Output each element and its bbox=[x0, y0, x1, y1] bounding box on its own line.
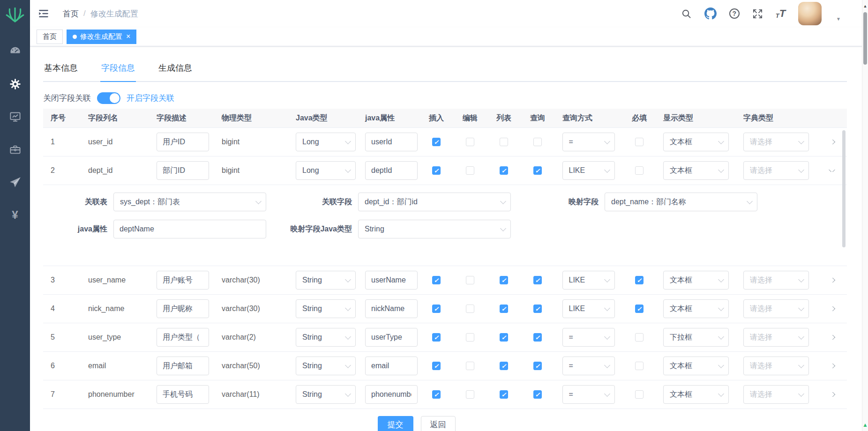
query-checkbox[interactable] bbox=[533, 166, 542, 175]
tab-basic-info[interactable]: 基本信息 bbox=[43, 56, 79, 81]
description-input[interactable] bbox=[157, 385, 209, 404]
list-checkbox[interactable] bbox=[500, 138, 508, 146]
expand-chevron-icon[interactable] bbox=[828, 335, 835, 340]
display-type-select[interactable]: 文本框 bbox=[663, 385, 729, 404]
edit-checkbox[interactable] bbox=[466, 138, 474, 146]
table-scrollbar-thumb[interactable] bbox=[842, 130, 846, 247]
java-field-input[interactable] bbox=[365, 161, 418, 180]
dict-type-select[interactable]: 请选择 bbox=[743, 299, 809, 318]
display-type-select[interactable]: 文本框 bbox=[663, 299, 729, 318]
query-checkbox[interactable] bbox=[533, 276, 542, 284]
sidebar-item-guide[interactable] bbox=[0, 166, 30, 199]
edit-checkbox[interactable] bbox=[466, 305, 474, 313]
description-input[interactable] bbox=[157, 299, 209, 318]
required-checkbox[interactable] bbox=[635, 138, 644, 146]
sidebar-item-monitor[interactable] bbox=[0, 100, 30, 133]
tag-active-page[interactable]: 修改生成配置 × bbox=[67, 30, 136, 44]
java-field-input[interactable] bbox=[365, 357, 418, 375]
insert-checkbox[interactable] bbox=[432, 138, 441, 146]
required-checkbox[interactable] bbox=[635, 166, 644, 175]
required-checkbox[interactable] bbox=[635, 362, 644, 370]
description-input[interactable] bbox=[157, 133, 209, 151]
java-field-input[interactable] bbox=[365, 328, 418, 347]
relation-java-attr-input[interactable] bbox=[113, 220, 266, 238]
mapping-field-select[interactable]: dept_name：部门名称 bbox=[605, 193, 757, 211]
java-field-input[interactable] bbox=[365, 271, 418, 290]
display-type-select[interactable]: 文本框 bbox=[663, 161, 729, 180]
insert-checkbox[interactable] bbox=[432, 333, 441, 342]
field-relation-switch[interactable] bbox=[97, 92, 120, 104]
search-button[interactable] bbox=[681, 8, 692, 19]
java-type-select[interactable]: String bbox=[296, 328, 356, 347]
caret-down-icon[interactable]: ▼ bbox=[836, 16, 841, 22]
back-button[interactable]: 返回 bbox=[421, 416, 456, 431]
display-type-select[interactable]: 下拉框 bbox=[663, 328, 729, 347]
sidebar-item-pay[interactable]: ¥ bbox=[0, 199, 30, 231]
dict-type-select[interactable]: 请选择 bbox=[743, 385, 809, 404]
mapping-java-type-select[interactable]: String bbox=[358, 220, 511, 238]
expand-chevron-icon[interactable] bbox=[828, 278, 835, 282]
tag-home[interactable]: 首页 bbox=[37, 30, 63, 44]
list-checkbox[interactable] bbox=[500, 333, 508, 342]
required-checkbox[interactable] bbox=[635, 333, 644, 342]
font-size-button[interactable]: TT bbox=[776, 8, 786, 19]
help-button[interactable]: ? bbox=[729, 8, 740, 19]
java-type-select[interactable]: String bbox=[296, 385, 356, 404]
query-mode-select[interactable]: LIKE bbox=[562, 271, 615, 290]
app-logo[interactable] bbox=[5, 5, 25, 26]
insert-checkbox[interactable] bbox=[432, 362, 441, 370]
list-checkbox[interactable] bbox=[500, 166, 508, 175]
required-checkbox[interactable] bbox=[635, 390, 644, 399]
expand-chevron-icon[interactable] bbox=[828, 170, 835, 172]
expand-chevron-icon[interactable] bbox=[828, 392, 835, 397]
page-scrollbar-thumb[interactable] bbox=[863, 12, 867, 65]
dict-type-select[interactable]: 请选择 bbox=[743, 328, 809, 347]
required-checkbox[interactable] bbox=[635, 276, 644, 284]
query-mode-select[interactable]: = bbox=[562, 328, 615, 347]
java-field-input[interactable] bbox=[365, 133, 418, 151]
description-input[interactable] bbox=[157, 328, 209, 347]
required-checkbox[interactable] bbox=[635, 305, 644, 313]
relation-field-select[interactable]: dept_id：部门id bbox=[358, 193, 511, 211]
edit-checkbox[interactable] bbox=[466, 333, 474, 342]
insert-checkbox[interactable] bbox=[432, 276, 441, 284]
submit-button[interactable]: 提交 bbox=[378, 416, 413, 431]
toggle-on-label[interactable]: 开启字段关联 bbox=[127, 93, 174, 104]
query-mode-select[interactable]: = bbox=[562, 133, 615, 151]
fullscreen-button[interactable] bbox=[752, 8, 763, 19]
expand-chevron-icon[interactable] bbox=[828, 364, 835, 368]
sidebar-toggle-button[interactable] bbox=[35, 5, 52, 22]
display-type-select[interactable]: 文本框 bbox=[663, 271, 729, 290]
query-checkbox[interactable] bbox=[533, 138, 542, 146]
java-type-select[interactable]: Long bbox=[296, 133, 356, 151]
list-checkbox[interactable] bbox=[500, 305, 508, 313]
java-type-select[interactable]: String bbox=[296, 271, 356, 290]
tab-generate-info[interactable]: 生成信息 bbox=[157, 56, 193, 81]
edit-checkbox[interactable] bbox=[466, 276, 474, 284]
query-mode-select[interactable]: LIKE bbox=[562, 161, 615, 180]
display-type-select[interactable]: 文本框 bbox=[663, 357, 729, 375]
insert-checkbox[interactable] bbox=[432, 390, 441, 399]
edit-checkbox[interactable] bbox=[466, 362, 474, 370]
expand-chevron-icon[interactable] bbox=[828, 140, 835, 144]
dict-type-select[interactable]: 请选择 bbox=[743, 271, 809, 290]
tag-close-icon[interactable]: × bbox=[126, 32, 130, 41]
dict-type-select[interactable]: 请选择 bbox=[743, 357, 809, 375]
list-checkbox[interactable] bbox=[500, 390, 508, 399]
description-input[interactable] bbox=[157, 161, 209, 180]
java-field-input[interactable] bbox=[365, 385, 418, 404]
list-checkbox[interactable] bbox=[500, 362, 508, 370]
sidebar-item-system[interactable] bbox=[0, 67, 30, 100]
query-checkbox[interactable] bbox=[533, 390, 542, 399]
java-field-input[interactable] bbox=[365, 299, 418, 318]
sidebar-item-dashboard[interactable] bbox=[0, 35, 30, 67]
list-checkbox[interactable] bbox=[500, 276, 508, 284]
tab-field-info[interactable]: 字段信息 bbox=[100, 56, 136, 81]
insert-checkbox[interactable] bbox=[432, 305, 441, 313]
edit-checkbox[interactable] bbox=[466, 166, 474, 175]
relation-table-select[interactable]: sys_dept：部门表 bbox=[113, 193, 266, 211]
query-checkbox[interactable] bbox=[533, 305, 542, 313]
query-mode-select[interactable]: = bbox=[562, 357, 615, 375]
scrollbar-up-arrow-icon[interactable]: ▲ bbox=[862, 4, 868, 8]
breadcrumb-home[interactable]: 首页 bbox=[63, 8, 79, 19]
